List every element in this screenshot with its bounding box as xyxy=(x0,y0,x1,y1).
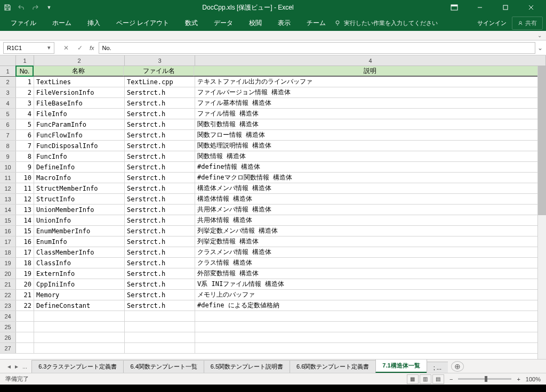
scrollbar-thumb[interactable] xyxy=(538,66,546,215)
cell[interactable]: 18 xyxy=(16,258,34,268)
column-header[interactable]: 3 xyxy=(125,55,195,66)
cell[interactable] xyxy=(16,311,34,321)
zoom-in-button[interactable]: + xyxy=(517,376,520,382)
cell[interactable]: 20 xyxy=(16,279,34,289)
cell[interactable]: FuncFlowInfo xyxy=(34,130,125,140)
cell[interactable]: Serstrct.h xyxy=(125,290,195,300)
fx-icon[interactable]: fx xyxy=(87,45,97,51)
cell[interactable] xyxy=(16,332,34,342)
redo-icon[interactable] xyxy=(31,3,39,12)
row-header[interactable]: 3 xyxy=(0,87,16,97)
cell[interactable]: EnumInfo xyxy=(34,236,125,247)
cell[interactable]: UnionMemberInfo xyxy=(34,205,125,215)
cell[interactable]: 列挙定数メンバ情報 構造体 xyxy=(195,226,546,236)
column-header[interactable]: 1 xyxy=(16,55,34,66)
cell[interactable]: ファイルバージョン情報 構造体 xyxy=(195,87,546,97)
zoom-slider[interactable] xyxy=(458,378,511,380)
ribbon-tab-0[interactable]: ファイル xyxy=(3,15,44,31)
cell[interactable]: テキストファイル出力のラインバッファ xyxy=(195,77,546,87)
cell[interactable]: 構造体メンバ情報 構造体 xyxy=(195,183,546,193)
row-header[interactable]: 7 xyxy=(0,130,16,140)
page-layout-view-button[interactable]: ▥ xyxy=(420,374,431,384)
cell[interactable]: ExternInfo xyxy=(34,268,125,279)
sheet-overflow-right[interactable]: ; ... xyxy=(427,362,448,373)
minimize-button[interactable] xyxy=(468,0,492,15)
cell[interactable]: 12 xyxy=(16,194,34,204)
cell[interactable]: Serstrct.h xyxy=(125,173,195,183)
cell[interactable] xyxy=(195,343,546,353)
cell[interactable]: StructMemberInfo xyxy=(34,183,125,193)
qat-dropdown-icon[interactable]: ▼ xyxy=(45,3,53,12)
cell[interactable]: Serstrct.h xyxy=(125,130,195,140)
cell[interactable]: 関数情報 構造体 xyxy=(195,151,546,161)
enter-formula-button[interactable]: ✓ xyxy=(74,42,86,54)
cell[interactable]: ClassMemberInfo xyxy=(34,247,125,257)
sheet-overflow-left[interactable]: ... xyxy=(22,363,27,370)
cell[interactable] xyxy=(16,322,34,332)
sheet-nav-next-icon[interactable]: ▸ xyxy=(15,363,18,370)
cell[interactable]: Serstrct.h xyxy=(125,268,195,279)
column-header[interactable]: 2 xyxy=(34,55,125,66)
cell[interactable]: 19 xyxy=(16,268,34,279)
cell[interactable]: ClassInfo xyxy=(34,258,125,268)
cell[interactable]: 8 xyxy=(16,151,34,161)
ribbon-tab-5[interactable]: データ xyxy=(206,15,240,31)
row-header[interactable]: 2 xyxy=(0,77,16,87)
cell[interactable]: 7 xyxy=(16,141,34,151)
cell[interactable] xyxy=(34,322,125,332)
cell[interactable]: 1 xyxy=(16,77,34,87)
cell[interactable]: Serstrct.h xyxy=(125,87,195,97)
row-header[interactable]: 17 xyxy=(0,236,16,247)
tell-me-search[interactable]: 実行したい作業を入力してください xyxy=(334,19,438,27)
row-header[interactable]: 9 xyxy=(0,151,16,161)
cell[interactable]: FuncDisposalInfo xyxy=(34,141,125,151)
cell[interactable]: TextLine.cpp xyxy=(125,77,195,87)
cell[interactable]: 22 xyxy=(16,300,34,311)
cell[interactable]: 15 xyxy=(16,226,34,236)
save-icon[interactable] xyxy=(3,3,12,12)
sheet-tab[interactable]: 6.6関数テンプレート定義書 xyxy=(290,360,376,373)
cell[interactable]: DefineConstant xyxy=(34,300,125,311)
cell[interactable]: #define による定数値格納 xyxy=(195,300,546,311)
cell[interactable]: Serstrct.h xyxy=(125,258,195,268)
cell[interactable]: Serstrct.h xyxy=(125,236,195,247)
share-button[interactable]: 共有 xyxy=(512,17,543,30)
cell[interactable]: 関数処理説明情報 構造体 xyxy=(195,141,546,151)
cell[interactable]: 4 xyxy=(16,109,34,119)
sheet-tab[interactable]: 6.5関数テンプレート説明書 xyxy=(204,360,290,373)
row-header[interactable]: 24 xyxy=(0,311,16,321)
ribbon-tab-4[interactable]: 数式 xyxy=(178,15,205,31)
undo-icon[interactable] xyxy=(17,3,26,12)
expand-formula-bar-icon[interactable]: ⌄ xyxy=(537,44,543,52)
cell[interactable]: メモリ上のバッファ xyxy=(195,290,546,300)
ribbon-tab-6[interactable]: 校閲 xyxy=(242,15,269,31)
cell[interactable]: 共用体メンバ情報 構造体 xyxy=(195,205,546,215)
cell[interactable]: 17 xyxy=(16,247,34,257)
cell[interactable]: 14 xyxy=(16,215,34,225)
cell[interactable] xyxy=(195,322,546,332)
row-header[interactable]: 5 xyxy=(0,109,16,119)
row-header[interactable]: 22 xyxy=(0,290,16,300)
row-header[interactable]: 10 xyxy=(0,162,16,172)
row-header[interactable]: 27 xyxy=(0,343,16,353)
cell[interactable]: Serstrct.h xyxy=(125,109,195,119)
cell[interactable]: 5 xyxy=(16,119,34,129)
cell[interactable]: クラス情報 構造体 xyxy=(195,258,546,268)
formula-input[interactable]: No. xyxy=(99,42,535,54)
cell[interactable] xyxy=(34,343,125,353)
cell[interactable]: クラスメンバ情報 構造体 xyxy=(195,247,546,257)
cell[interactable]: Serstrct.h xyxy=(125,205,195,215)
cell[interactable]: DefineInfo xyxy=(34,162,125,172)
row-header[interactable]: 20 xyxy=(0,268,16,279)
row-header[interactable]: 23 xyxy=(0,300,16,311)
cell[interactable]: FileVersionInfo xyxy=(34,87,125,97)
row-header[interactable]: 15 xyxy=(0,215,16,225)
cell[interactable] xyxy=(195,311,546,321)
zoom-level[interactable]: 100% xyxy=(526,376,541,382)
cell[interactable]: 10 xyxy=(16,173,34,183)
row-header[interactable]: 25 xyxy=(0,322,16,332)
cell[interactable]: ファイル名 xyxy=(124,66,194,76)
row-header[interactable]: 14 xyxy=(0,205,16,215)
cell[interactable] xyxy=(125,322,195,332)
vertical-scrollbar[interactable] xyxy=(537,66,546,359)
